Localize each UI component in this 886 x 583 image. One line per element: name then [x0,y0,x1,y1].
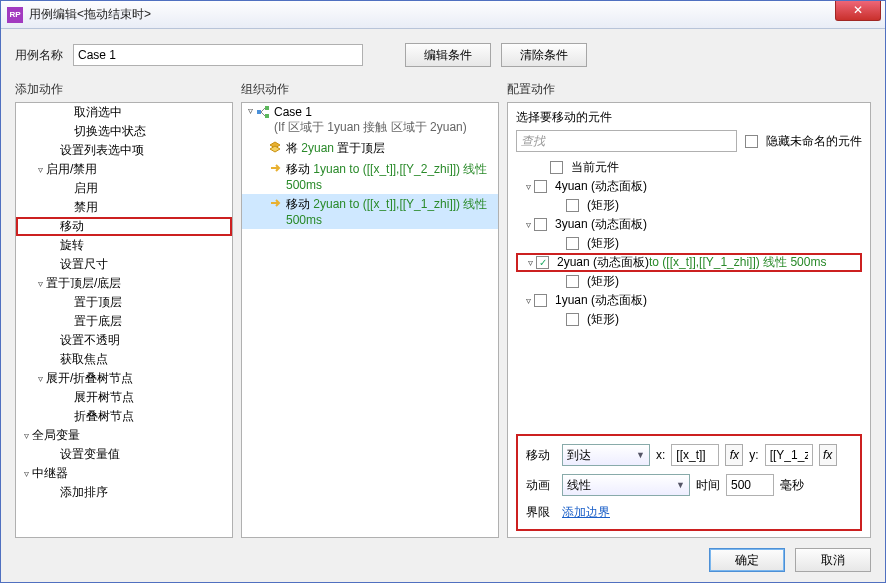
widget-tree-item[interactable]: ▿2yuan (动态面板) to ([[x_t]],[[Y_1_zhi]]) 线… [516,253,862,272]
svg-rect-0 [257,110,261,114]
widget-checkbox[interactable] [550,161,563,174]
action-tree-item[interactable]: 切换选中状态 [16,122,232,141]
add-bounds-link[interactable]: 添加边界 [562,504,610,521]
widget-checkbox[interactable] [566,237,579,250]
add-action-panel: 取消选中切换选中状态设置列表选中项▿启用/禁用启用禁用移动旋转设置尺寸▿置于顶层… [15,102,233,538]
anim-type-select[interactable]: 线性▼ [562,474,690,496]
widget-checkbox[interactable] [566,275,579,288]
window-title: 用例编辑<拖动结束时> [29,6,835,23]
case-action-row[interactable]: 移动 1yuan to ([[x_t]],[[Y_2_zhi]]) 线性 500… [242,159,498,194]
action-tree-item[interactable]: 折叠树节点 [16,407,232,426]
clear-condition-button[interactable]: 清除条件 [501,43,587,67]
widget-label: (矩形) [587,273,619,290]
widget-tree-item[interactable]: 当前元件 [516,158,862,177]
action-tree-item[interactable]: 添加排序 [16,483,232,502]
widget-checkbox[interactable] [534,218,547,231]
expander-icon: ▿ [20,430,32,441]
expander-icon: ▿ [522,219,534,230]
action-tree-item[interactable]: ▿启用/禁用 [16,160,232,179]
action-tree-item[interactable]: ▿全局变量 [16,426,232,445]
action-label: 展开/折叠树节点 [46,370,133,387]
y-fx-button[interactable]: fx [819,444,837,466]
organize-action-panel: ▿Case 1(If 区域于 1yuan 接触 区域于 2yuan)将 2yua… [241,102,499,538]
widget-tree-item[interactable]: (矩形) [516,310,862,329]
svg-marker-6 [270,146,280,152]
widget-checkbox[interactable] [534,294,547,307]
case-name-input[interactable] [73,44,363,66]
case-row[interactable]: ▿Case 1(If 区域于 1yuan 接触 区域于 2yuan) [242,103,498,138]
action-icon [268,161,282,175]
app-icon: RP [7,7,23,23]
case-action-row[interactable]: 移动 2yuan to ([[x_t]],[[Y_1_zhi]]) 线性 500… [242,194,498,229]
action-label: 添加排序 [60,484,108,501]
widget-label: (矩形) [587,235,619,252]
widget-tree-item[interactable]: (矩形) [516,272,862,291]
hide-unnamed-checkbox[interactable] [745,135,758,148]
action-label: 折叠树节点 [74,408,134,425]
case-name-label: 用例名称 [15,47,63,64]
widget-tree-item[interactable]: (矩形) [516,234,862,253]
action-tree-item[interactable]: 禁用 [16,198,232,217]
expander-icon: ▿ [524,257,536,268]
case-name: Case 1 [274,105,312,119]
widget-label: 1yuan (动态面板) [555,292,647,309]
y-input[interactable] [765,444,813,466]
cancel-button[interactable]: 取消 [795,548,871,572]
action-tree-item[interactable]: ▿中继器 [16,464,232,483]
widget-checkbox[interactable] [566,313,579,326]
widget-label: (矩形) [587,311,619,328]
case-condition: (If 区域于 1yuan 接触 区域于 2yuan) [274,120,467,134]
action-label: 切换选中状态 [74,123,146,140]
widget-tree-item[interactable]: ▿1yuan (动态面板) [516,291,862,310]
widget-tree-item[interactable]: ▿4yuan (动态面板) [516,177,862,196]
ok-button[interactable]: 确定 [709,548,785,572]
action-tree-item[interactable]: ▿置于顶层/底层 [16,274,232,293]
add-action-header: 添加动作 [15,77,233,102]
x-fx-button[interactable]: fx [725,444,743,466]
action-tree-item[interactable]: 设置不透明 [16,331,232,350]
expander-icon: ▿ [34,164,46,175]
widget-label: (矩形) [587,197,619,214]
widget-label: 3yuan (动态面板) [555,216,647,233]
time-input[interactable] [726,474,774,496]
action-text: 移动 1yuan to ([[x_t]],[[Y_2_zhi]]) 线性 500… [286,161,498,192]
hide-unnamed-label: 隐藏未命名的元件 [766,133,862,150]
action-tree-item[interactable]: 设置尺寸 [16,255,232,274]
action-tree-item[interactable]: ▿展开/折叠树节点 [16,369,232,388]
widget-checkbox[interactable] [534,180,547,193]
action-label: 获取焦点 [60,351,108,368]
action-icon [268,196,282,210]
svg-rect-2 [265,114,269,118]
widget-tree-item[interactable]: ▿3yuan (动态面板) [516,215,862,234]
action-tree-item[interactable]: 设置变量值 [16,445,232,464]
action-label: 中继器 [32,465,68,482]
action-tree-item[interactable]: 取消选中 [16,103,232,122]
action-tree-item[interactable]: 获取焦点 [16,350,232,369]
action-tree-item[interactable]: 移动 [16,217,232,236]
anim-label: 动画 [526,477,556,494]
action-text: 移动 2yuan to ([[x_t]],[[Y_1_zhi]]) 线性 500… [286,196,498,227]
action-tree-item[interactable]: 启用 [16,179,232,198]
widget-checkbox[interactable] [566,199,579,212]
action-tree-item[interactable]: 旋转 [16,236,232,255]
search-input[interactable] [516,130,737,152]
action-tree-item[interactable]: 置于顶层 [16,293,232,312]
case-icon [256,105,270,119]
close-button[interactable]: ✕ [835,1,881,21]
widget-checkbox[interactable] [536,256,549,269]
footer: 确定 取消 [1,538,885,582]
action-tree-item[interactable]: 置于底层 [16,312,232,331]
action-label: 设置变量值 [60,446,120,463]
widget-tree-item[interactable]: (矩形) [516,196,862,215]
x-input[interactable] [671,444,719,466]
action-tree-item[interactable]: 设置列表选中项 [16,141,232,160]
widget-tree: 当前元件▿4yuan (动态面板)(矩形)▿3yuan (动态面板)(矩形)▿2… [516,158,862,428]
configure-action-header: 配置动作 [507,77,871,102]
widget-label: 当前元件 [571,159,619,176]
action-label: 旋转 [60,237,84,254]
move-type-select[interactable]: 到达▼ [562,444,650,466]
edit-condition-button[interactable]: 编辑条件 [405,43,491,67]
action-tree-item[interactable]: 展开树节点 [16,388,232,407]
action-text: 将 2yuan 置于顶层 [286,140,498,157]
case-action-row[interactable]: 将 2yuan 置于顶层 [242,138,498,159]
